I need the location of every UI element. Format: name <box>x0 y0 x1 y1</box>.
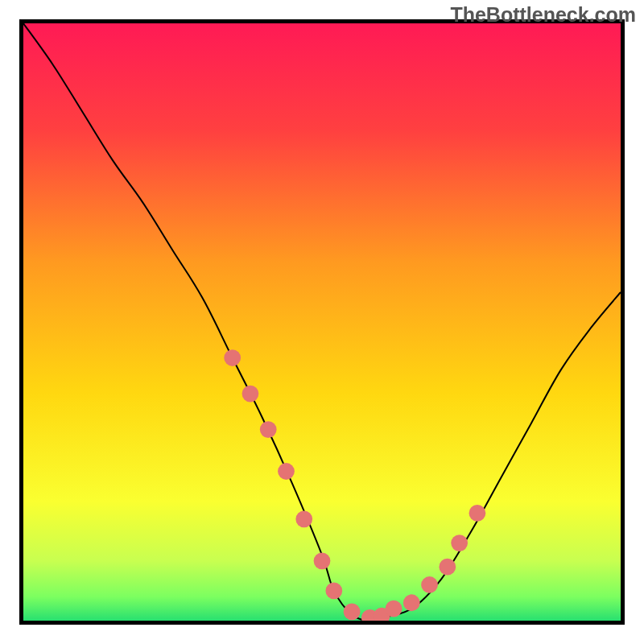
chart-plot-area <box>19 19 625 625</box>
watermark-text: TheBottleneck.com <box>450 3 636 27</box>
marker-dot <box>242 386 259 402</box>
marker-dot <box>325 583 342 600</box>
marker-dot <box>344 603 361 620</box>
marker-dot <box>451 535 468 551</box>
gradient-background <box>23 23 621 621</box>
marker-dot <box>260 421 277 438</box>
marker-dot <box>224 349 241 366</box>
marker-dot <box>295 510 312 527</box>
chart-svg <box>23 23 621 621</box>
marker-dot <box>469 505 486 522</box>
marker-dot <box>403 594 420 611</box>
marker-dot <box>421 576 438 593</box>
marker-dot <box>278 463 295 480</box>
marker-dot <box>439 559 456 576</box>
marker-dot <box>386 601 402 617</box>
marker-dot <box>314 552 331 569</box>
